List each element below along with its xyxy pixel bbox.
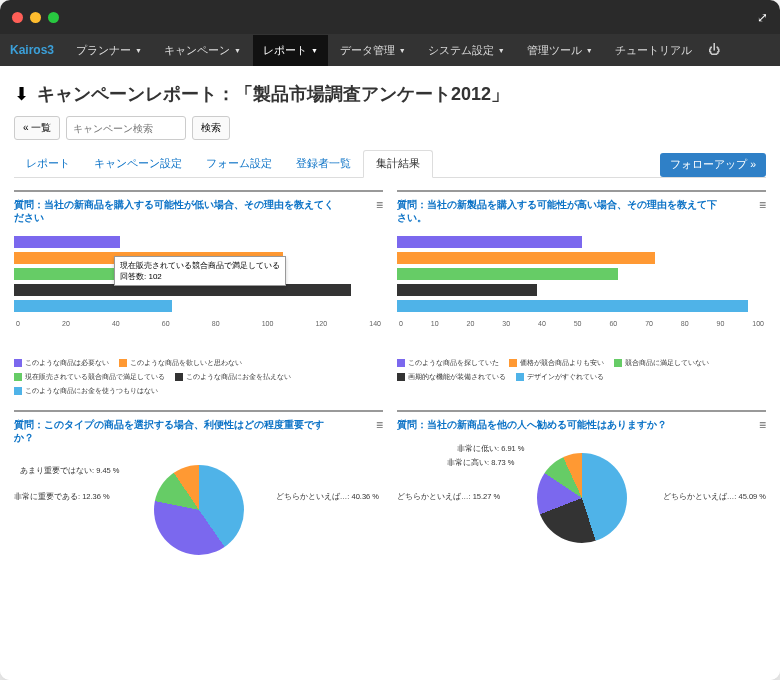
tick: 0 bbox=[16, 320, 20, 327]
search-input[interactable] bbox=[66, 116, 186, 140]
legend-label: このような商品は必要ない bbox=[25, 358, 109, 368]
nav-planner[interactable]: プランナー▼ bbox=[66, 35, 152, 66]
bar-item bbox=[397, 300, 748, 312]
hamburger-icon[interactable]: ≡ bbox=[759, 198, 766, 212]
chevron-down-icon: ▼ bbox=[586, 47, 593, 54]
tabs: レポート キャンペーン設定 フォーム設定 登録者一覧 集計結果 フォローアップ … bbox=[14, 150, 766, 178]
titlebar: ⤢ bbox=[0, 0, 780, 34]
legend: このような商品を探していた 価格が競合商品よりも安い 競合商品に満足していない … bbox=[397, 358, 766, 382]
chevron-down-icon: ▼ bbox=[135, 47, 142, 54]
legend-item: このような商品を欲しいと思わない bbox=[119, 358, 242, 368]
nav-admin[interactable]: 管理ツール▼ bbox=[517, 35, 603, 66]
nav-tutorial[interactable]: チュートリアル bbox=[605, 35, 702, 66]
legend-label: このような商品にお金を使うつもりはない bbox=[25, 386, 158, 396]
tab-form-settings[interactable]: フォーム設定 bbox=[194, 151, 284, 177]
bar-item bbox=[397, 236, 582, 248]
tick: 100 bbox=[752, 320, 764, 327]
swatch bbox=[614, 359, 622, 367]
nav-report[interactable]: レポート▼ bbox=[253, 35, 328, 66]
tab-report[interactable]: レポート bbox=[14, 151, 82, 177]
legend-label: 画期的な機能が装備されている bbox=[408, 372, 506, 382]
tick: 90 bbox=[717, 320, 725, 327]
tick: 80 bbox=[681, 320, 689, 327]
legend-label: 競合商品に満足していない bbox=[625, 358, 709, 368]
zoom-icon[interactable] bbox=[48, 12, 59, 23]
legend-item: このような商品を探していた bbox=[397, 358, 499, 368]
download-icon[interactable]: ⬇ bbox=[14, 83, 29, 105]
x-axis: 0 20 40 60 80 100 120 140 bbox=[14, 320, 383, 327]
nav-label: キャンペーン bbox=[164, 43, 230, 58]
legend-item: デザインがすぐれている bbox=[516, 372, 604, 382]
legend: このような商品は必要ない このような商品を欲しいと思わない 現在販売されている競… bbox=[14, 358, 383, 396]
swatch bbox=[175, 373, 183, 381]
panel-pie-2: 質問：当社の新商品を他の人へ勧める可能性はありますか？ ≡ 非常に低い: 6.9… bbox=[397, 410, 766, 567]
toolbar: « 一覧 検索 bbox=[14, 116, 766, 140]
bars bbox=[14, 232, 383, 316]
minimize-icon[interactable] bbox=[30, 12, 41, 23]
chevron-down-icon: ▼ bbox=[498, 47, 505, 54]
legend-label: このような商品を探していた bbox=[408, 358, 499, 368]
x-axis: 0 10 20 30 40 50 60 70 80 90 100 bbox=[397, 320, 766, 327]
legend-item: このような商品にお金を使うつもりはない bbox=[14, 386, 158, 396]
nav-label: レポート bbox=[263, 43, 307, 58]
pie-chart-1: あまり重要ではない: 9.45 % 非常に重要である: 12.36 % どちらか… bbox=[14, 452, 383, 567]
swatch bbox=[119, 359, 127, 367]
bar-item bbox=[14, 284, 351, 296]
legend-label: 価格が競合商品よりも安い bbox=[520, 358, 604, 368]
followup-button[interactable]: フォローアップ » bbox=[660, 153, 766, 177]
nav-label: 管理ツール bbox=[527, 43, 582, 58]
hamburger-icon[interactable]: ≡ bbox=[376, 418, 383, 432]
pie-label: あまり重要ではない: 9.45 % bbox=[20, 466, 120, 476]
tick: 60 bbox=[162, 320, 170, 327]
nav-system[interactable]: システム設定▼ bbox=[418, 35, 515, 66]
pie-labels: 非常に低い: 6.91 % 非常に高い: 8.73 % どちらかといえば…: 1… bbox=[397, 440, 766, 555]
brand-logo: Kairos3 bbox=[10, 43, 54, 57]
panel-bar-1: 質問：当社の新商品を購入する可能性が低い場合、その理由を教えてください ≡ 現在… bbox=[14, 190, 383, 396]
legend-item: 画期的な機能が装備されている bbox=[397, 372, 506, 382]
tick: 80 bbox=[212, 320, 220, 327]
panel-title: 質問：当社の新商品を他の人へ勧める可能性はありますか？ bbox=[397, 418, 667, 431]
tick: 10 bbox=[431, 320, 439, 327]
legend-item: 現在販売されている競合商品で満足している bbox=[14, 372, 165, 382]
swatch bbox=[14, 373, 22, 381]
tab-registrants[interactable]: 登録者一覧 bbox=[284, 151, 363, 177]
legend-label: このような商品を欲しいと思わない bbox=[130, 358, 242, 368]
window-controls bbox=[12, 12, 59, 23]
expand-icon[interactable]: ⤢ bbox=[757, 10, 768, 25]
chevron-down-icon: ▼ bbox=[234, 47, 241, 54]
nav-label: システム設定 bbox=[428, 43, 494, 58]
bar-item bbox=[397, 252, 655, 264]
legend-item: 競合商品に満足していない bbox=[614, 358, 709, 368]
back-button[interactable]: « 一覧 bbox=[14, 116, 60, 140]
tick: 20 bbox=[467, 320, 475, 327]
close-icon[interactable] bbox=[12, 12, 23, 23]
nav-data[interactable]: データ管理▼ bbox=[330, 35, 416, 66]
swatch bbox=[397, 359, 405, 367]
panel-title: 質問：当社の新商品を購入する可能性が低い場合、その理由を教えてください bbox=[14, 198, 334, 224]
tab-results[interactable]: 集計結果 bbox=[363, 150, 433, 178]
legend-item: 価格が競合商品よりも安い bbox=[509, 358, 604, 368]
tick: 0 bbox=[399, 320, 403, 327]
swatch bbox=[14, 387, 22, 395]
app-window: ⤢ Kairos3 プランナー▼ キャンペーン▼ レポート▼ データ管理▼ シス… bbox=[0, 0, 780, 680]
pie-label: 非常に高い: 8.73 % bbox=[447, 458, 515, 468]
hamburger-icon[interactable]: ≡ bbox=[759, 418, 766, 432]
pie-labels: あまり重要ではない: 9.45 % 非常に重要である: 12.36 % どちらか… bbox=[14, 452, 383, 567]
tick: 20 bbox=[62, 320, 70, 327]
hamburger-icon[interactable]: ≡ bbox=[376, 198, 383, 212]
nav-campaign[interactable]: キャンペーン▼ bbox=[154, 35, 251, 66]
tick: 40 bbox=[538, 320, 546, 327]
panel-title: 質問：当社の新製品を購入する可能性が高い場合、その理由を教えて下さい。 bbox=[397, 198, 717, 224]
swatch bbox=[397, 373, 405, 381]
panel-title: 質問：このタイプの商品を選択する場合、利便性はどの程度重要ですか？ bbox=[14, 418, 334, 444]
bar-item bbox=[397, 284, 537, 296]
legend-label: デザインがすぐれている bbox=[527, 372, 604, 382]
tab-campaign-settings[interactable]: キャンペーン設定 bbox=[82, 151, 194, 177]
pie-label: どちらかといえば…: 45.09 % bbox=[663, 492, 766, 502]
bar-item bbox=[14, 236, 120, 248]
search-button[interactable]: 検索 bbox=[192, 116, 230, 140]
legend-label: このような商品にお金を払えない bbox=[186, 372, 291, 382]
bar-chart-1: 現在販売されている競合商品で満足している 回答数: 102 0 20 40 60… bbox=[14, 232, 383, 352]
tick: 60 bbox=[609, 320, 617, 327]
power-icon[interactable]: ⏻ bbox=[708, 43, 720, 57]
